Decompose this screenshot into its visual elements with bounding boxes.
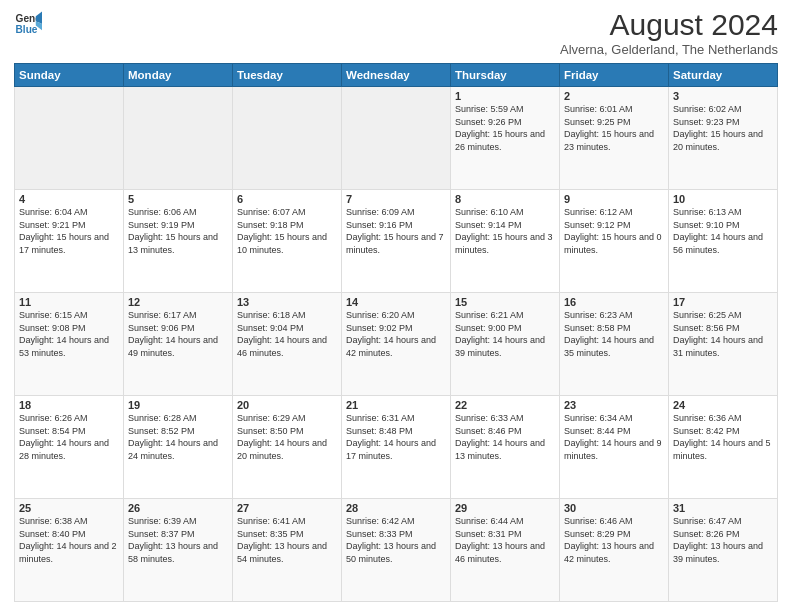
calendar-cell [15,87,124,190]
day-number: 29 [455,502,555,514]
calendar-cell: 9Sunrise: 6:12 AM Sunset: 9:12 PM Daylig… [560,190,669,293]
calendar-cell: 14Sunrise: 6:20 AM Sunset: 9:02 PM Dayli… [342,293,451,396]
calendar-cell: 7Sunrise: 6:09 AM Sunset: 9:16 PM Daylig… [342,190,451,293]
day-info: Sunrise: 6:29 AM Sunset: 8:50 PM Dayligh… [237,412,337,462]
calendar-cell: 10Sunrise: 6:13 AM Sunset: 9:10 PM Dayli… [669,190,778,293]
day-number: 31 [673,502,773,514]
day-info: Sunrise: 5:59 AM Sunset: 9:26 PM Dayligh… [455,103,555,153]
day-number: 16 [564,296,664,308]
day-info: Sunrise: 6:13 AM Sunset: 9:10 PM Dayligh… [673,206,773,256]
day-number: 17 [673,296,773,308]
weekday-header-wednesday: Wednesday [342,64,451,87]
calendar-cell: 20Sunrise: 6:29 AM Sunset: 8:50 PM Dayli… [233,396,342,499]
day-info: Sunrise: 6:42 AM Sunset: 8:33 PM Dayligh… [346,515,446,565]
day-info: Sunrise: 6:09 AM Sunset: 9:16 PM Dayligh… [346,206,446,256]
calendar-cell: 25Sunrise: 6:38 AM Sunset: 8:40 PM Dayli… [15,499,124,602]
day-info: Sunrise: 6:34 AM Sunset: 8:44 PM Dayligh… [564,412,664,462]
calendar-cell: 11Sunrise: 6:15 AM Sunset: 9:08 PM Dayli… [15,293,124,396]
calendar-cell: 17Sunrise: 6:25 AM Sunset: 8:56 PM Dayli… [669,293,778,396]
calendar-cell: 4Sunrise: 6:04 AM Sunset: 9:21 PM Daylig… [15,190,124,293]
day-number: 5 [128,193,228,205]
day-number: 4 [19,193,119,205]
calendar-cell [124,87,233,190]
day-number: 21 [346,399,446,411]
day-info: Sunrise: 6:28 AM Sunset: 8:52 PM Dayligh… [128,412,228,462]
location: Alverna, Gelderland, The Netherlands [560,42,778,57]
logo-icon: General Blue [14,10,42,38]
day-info: Sunrise: 6:41 AM Sunset: 8:35 PM Dayligh… [237,515,337,565]
calendar-cell: 6Sunrise: 6:07 AM Sunset: 9:18 PM Daylig… [233,190,342,293]
day-number: 28 [346,502,446,514]
calendar-cell: 15Sunrise: 6:21 AM Sunset: 9:00 PM Dayli… [451,293,560,396]
day-info: Sunrise: 6:33 AM Sunset: 8:46 PM Dayligh… [455,412,555,462]
header: General Blue August 2024 Alverna, Gelder… [14,10,778,57]
calendar-cell: 3Sunrise: 6:02 AM Sunset: 9:23 PM Daylig… [669,87,778,190]
calendar-table: SundayMondayTuesdayWednesdayThursdayFrid… [14,63,778,602]
day-number: 10 [673,193,773,205]
week-row-5: 25Sunrise: 6:38 AM Sunset: 8:40 PM Dayli… [15,499,778,602]
calendar-cell: 30Sunrise: 6:46 AM Sunset: 8:29 PM Dayli… [560,499,669,602]
weekday-header-sunday: Sunday [15,64,124,87]
day-number: 22 [455,399,555,411]
day-number: 25 [19,502,119,514]
day-info: Sunrise: 6:44 AM Sunset: 8:31 PM Dayligh… [455,515,555,565]
day-info: Sunrise: 6:47 AM Sunset: 8:26 PM Dayligh… [673,515,773,565]
day-number: 19 [128,399,228,411]
day-number: 9 [564,193,664,205]
day-number: 7 [346,193,446,205]
week-row-3: 11Sunrise: 6:15 AM Sunset: 9:08 PM Dayli… [15,293,778,396]
day-number: 27 [237,502,337,514]
calendar-cell: 5Sunrise: 6:06 AM Sunset: 9:19 PM Daylig… [124,190,233,293]
calendar-cell [233,87,342,190]
day-info: Sunrise: 6:46 AM Sunset: 8:29 PM Dayligh… [564,515,664,565]
weekday-header-thursday: Thursday [451,64,560,87]
day-number: 24 [673,399,773,411]
day-info: Sunrise: 6:38 AM Sunset: 8:40 PM Dayligh… [19,515,119,565]
calendar-cell [342,87,451,190]
svg-text:Blue: Blue [16,24,38,35]
day-number: 2 [564,90,664,102]
day-info: Sunrise: 6:15 AM Sunset: 9:08 PM Dayligh… [19,309,119,359]
calendar-cell: 27Sunrise: 6:41 AM Sunset: 8:35 PM Dayli… [233,499,342,602]
weekday-header-saturday: Saturday [669,64,778,87]
calendar-cell: 24Sunrise: 6:36 AM Sunset: 8:42 PM Dayli… [669,396,778,499]
calendar-cell: 16Sunrise: 6:23 AM Sunset: 8:58 PM Dayli… [560,293,669,396]
day-info: Sunrise: 6:02 AM Sunset: 9:23 PM Dayligh… [673,103,773,153]
weekday-header-tuesday: Tuesday [233,64,342,87]
calendar-cell: 23Sunrise: 6:34 AM Sunset: 8:44 PM Dayli… [560,396,669,499]
calendar-cell: 8Sunrise: 6:10 AM Sunset: 9:14 PM Daylig… [451,190,560,293]
calendar-cell: 12Sunrise: 6:17 AM Sunset: 9:06 PM Dayli… [124,293,233,396]
day-number: 8 [455,193,555,205]
day-info: Sunrise: 6:36 AM Sunset: 8:42 PM Dayligh… [673,412,773,462]
day-number: 1 [455,90,555,102]
day-info: Sunrise: 6:04 AM Sunset: 9:21 PM Dayligh… [19,206,119,256]
week-row-1: 1Sunrise: 5:59 AM Sunset: 9:26 PM Daylig… [15,87,778,190]
day-info: Sunrise: 6:07 AM Sunset: 9:18 PM Dayligh… [237,206,337,256]
week-row-4: 18Sunrise: 6:26 AM Sunset: 8:54 PM Dayli… [15,396,778,499]
day-number: 6 [237,193,337,205]
weekday-header-row: SundayMondayTuesdayWednesdayThursdayFrid… [15,64,778,87]
page: General Blue August 2024 Alverna, Gelder… [0,0,792,612]
calendar-cell: 19Sunrise: 6:28 AM Sunset: 8:52 PM Dayli… [124,396,233,499]
day-info: Sunrise: 6:01 AM Sunset: 9:25 PM Dayligh… [564,103,664,153]
day-info: Sunrise: 6:26 AM Sunset: 8:54 PM Dayligh… [19,412,119,462]
day-number: 12 [128,296,228,308]
calendar-cell: 21Sunrise: 6:31 AM Sunset: 8:48 PM Dayli… [342,396,451,499]
day-info: Sunrise: 6:18 AM Sunset: 9:04 PM Dayligh… [237,309,337,359]
day-info: Sunrise: 6:20 AM Sunset: 9:02 PM Dayligh… [346,309,446,359]
day-info: Sunrise: 6:12 AM Sunset: 9:12 PM Dayligh… [564,206,664,256]
day-number: 11 [19,296,119,308]
calendar-cell: 26Sunrise: 6:39 AM Sunset: 8:37 PM Dayli… [124,499,233,602]
day-info: Sunrise: 6:06 AM Sunset: 9:19 PM Dayligh… [128,206,228,256]
calendar-cell: 18Sunrise: 6:26 AM Sunset: 8:54 PM Dayli… [15,396,124,499]
calendar-body: 1Sunrise: 5:59 AM Sunset: 9:26 PM Daylig… [15,87,778,602]
day-number: 3 [673,90,773,102]
day-info: Sunrise: 6:10 AM Sunset: 9:14 PM Dayligh… [455,206,555,256]
calendar-cell: 22Sunrise: 6:33 AM Sunset: 8:46 PM Dayli… [451,396,560,499]
weekday-header-monday: Monday [124,64,233,87]
day-info: Sunrise: 6:17 AM Sunset: 9:06 PM Dayligh… [128,309,228,359]
weekday-header-friday: Friday [560,64,669,87]
day-number: 18 [19,399,119,411]
day-number: 26 [128,502,228,514]
day-number: 15 [455,296,555,308]
